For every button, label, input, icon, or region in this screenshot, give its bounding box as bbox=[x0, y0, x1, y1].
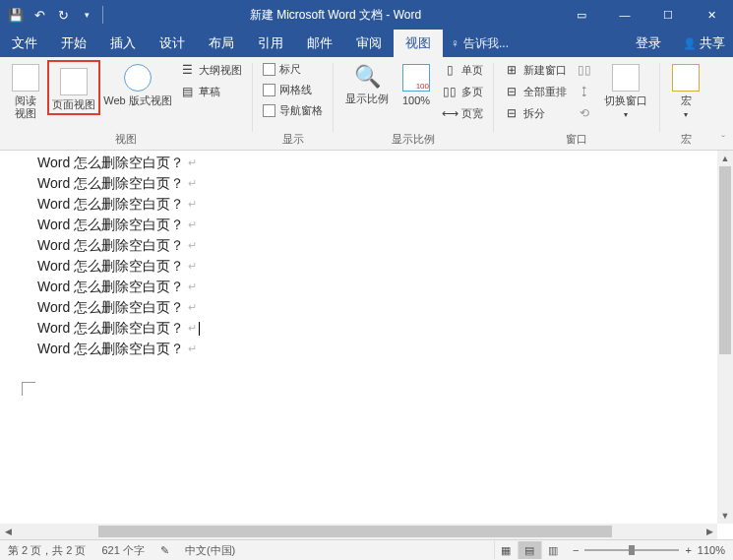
tab-review[interactable]: 审阅 bbox=[344, 30, 394, 57]
macros-button[interactable]: 宏▾ bbox=[666, 60, 705, 121]
draft-view-button[interactable]: ▤草稿 bbox=[175, 82, 246, 101]
undo-icon[interactable]: ↶ bbox=[30, 5, 49, 25]
tab-design[interactable]: 设计 bbox=[148, 30, 197, 57]
text-cursor bbox=[199, 322, 200, 336]
group-window-label: 窗口 bbox=[500, 130, 653, 150]
tab-home[interactable]: 开始 bbox=[49, 30, 98, 57]
zoom-out-button[interactable]: − bbox=[573, 544, 579, 556]
read-view-button[interactable]: 阅读 视图 bbox=[6, 60, 45, 120]
document-page[interactable]: Word 怎么删除空白页？↵Word 怎么删除空白页？↵Word 怎么删除空白页… bbox=[0, 151, 717, 359]
paragraph-mark: ↵ bbox=[188, 256, 197, 277]
navigation-checkbox[interactable]: 导航窗格 bbox=[259, 101, 327, 120]
page-width-button[interactable]: ⟷页宽 bbox=[438, 103, 487, 123]
document-line[interactable]: Word 怎么删除空白页？↵ bbox=[37, 194, 717, 215]
document-line[interactable]: Word 怎么删除空白页？↵ bbox=[37, 215, 717, 235]
share-button[interactable]: 👤 共享 bbox=[675, 34, 733, 52]
one-page-button[interactable]: ▯单页 bbox=[438, 60, 487, 80]
ruler-checkbox[interactable]: 标尺 bbox=[259, 60, 327, 79]
read-view-label: 阅读 视图 bbox=[15, 94, 36, 120]
tab-references[interactable]: 引用 bbox=[246, 30, 295, 57]
split-icon: ⊟ bbox=[504, 105, 519, 121]
highlight-box: 页面视图 bbox=[47, 60, 100, 115]
web-layout-button[interactable]: Web 版式视图 bbox=[102, 60, 173, 107]
document-line[interactable]: Word 怎么删除空白页？↵ bbox=[37, 318, 717, 339]
language-indicator[interactable]: 中文(中国) bbox=[177, 543, 243, 558]
ribbon-tabs: 文件 开始 插入 设计 布局 引用 邮件 审阅 视图 ♀ 告诉我... 登录 👤… bbox=[0, 30, 733, 57]
zoom-handle[interactable] bbox=[629, 545, 635, 555]
group-views: 阅读 视图 页面视图 Web 版式视图 ☰大纲视图 ▤草稿 视图 bbox=[0, 57, 252, 150]
reset-window-button[interactable]: ⟲ bbox=[573, 103, 596, 123]
group-zoom: 🔍 显示比例 100 100% ▯单页 ▯▯多页 ⟷页宽 显示比例 bbox=[334, 57, 493, 150]
tab-layout[interactable]: 布局 bbox=[197, 30, 246, 57]
draft-icon: ▤ bbox=[179, 84, 195, 99]
scroll-right-icon[interactable]: ▶ bbox=[702, 524, 717, 539]
document-line[interactable]: Word 怎么删除空白页？↵ bbox=[37, 277, 717, 297]
tab-file[interactable]: 文件 bbox=[0, 30, 49, 57]
split-button[interactable]: ⊟拆分 bbox=[500, 103, 571, 123]
maximize-button[interactable]: ☐ bbox=[646, 0, 690, 30]
zoom-in-button[interactable]: + bbox=[685, 544, 691, 556]
group-macros: 宏▾ 宏 bbox=[660, 57, 711, 150]
document-line[interactable]: Word 怎么删除空白页？↵ bbox=[37, 235, 717, 256]
new-window-button[interactable]: ⊞新建窗口 bbox=[500, 60, 571, 80]
vertical-scrollbar[interactable]: ▲ ▼ bbox=[717, 151, 733, 524]
paragraph-mark: ↵ bbox=[188, 339, 197, 359]
zoom-100-button[interactable]: 100 100% bbox=[397, 60, 436, 107]
document-line[interactable]: Word 怎么删除空白页？↵ bbox=[37, 256, 717, 277]
scroll-up-icon[interactable]: ▲ bbox=[717, 151, 733, 166]
switch-window-button[interactable]: 切换窗口▾ bbox=[598, 60, 653, 121]
share-icon: 👤 bbox=[683, 37, 697, 50]
scroll-track[interactable] bbox=[717, 166, 733, 508]
share-label: 共享 bbox=[700, 34, 725, 52]
checkbox-icon bbox=[263, 63, 275, 76]
login-button[interactable]: 登录 bbox=[624, 34, 673, 52]
group-show: 标尺 网格线 导航窗格 显示 bbox=[253, 57, 333, 150]
document-line[interactable]: Word 怎么删除空白页？↵ bbox=[37, 173, 717, 194]
document-line[interactable]: Word 怎么删除空白页？↵ bbox=[37, 153, 717, 173]
arrange-all-button[interactable]: ⊟全部重排 bbox=[500, 82, 571, 101]
document-line[interactable]: Word 怎么删除空白页？↵ bbox=[37, 339, 717, 359]
save-icon[interactable]: 💾 bbox=[6, 5, 26, 25]
paragraph-mark: ↵ bbox=[188, 297, 197, 318]
zoom-label: 显示比例 bbox=[345, 93, 389, 105]
tab-view[interactable]: 视图 bbox=[394, 30, 443, 57]
outline-view-button[interactable]: ☰大纲视图 bbox=[175, 60, 246, 80]
status-bar: 第 2 页，共 2 页 621 个字 ✎ 中文(中国) ▦ ▤ ▥ − + 11… bbox=[0, 539, 733, 560]
read-mode-icon[interactable]: ▦ bbox=[494, 541, 518, 559]
gridlines-checkbox[interactable]: 网格线 bbox=[259, 81, 327, 99]
document-area[interactable]: Word 怎么删除空白页？↵Word 怎么删除空白页？↵Word 怎么删除空白页… bbox=[0, 151, 717, 524]
zoom-level[interactable]: 110% bbox=[698, 544, 725, 556]
zoom-slider[interactable] bbox=[584, 549, 679, 551]
zoom-control: − + 110% bbox=[565, 544, 733, 556]
tell-me-search[interactable]: ♀ 告诉我... bbox=[443, 30, 517, 57]
collapse-ribbon-button[interactable]: ˇ bbox=[713, 130, 733, 150]
scroll-thumb[interactable] bbox=[98, 526, 613, 537]
horizontal-scrollbar[interactable]: ◀ ▶ bbox=[0, 524, 717, 539]
redo-icon[interactable]: ↻ bbox=[53, 5, 73, 25]
print-layout-button[interactable]: 页面视图 bbox=[51, 64, 96, 111]
web-layout-icon[interactable]: ▥ bbox=[541, 541, 565, 559]
group-show-label: 显示 bbox=[259, 130, 327, 150]
document-line[interactable]: Word 怎么删除空白页？↵ bbox=[37, 297, 717, 318]
new-window-icon: ⊞ bbox=[504, 62, 519, 78]
tab-insert[interactable]: 插入 bbox=[98, 30, 148, 57]
minimize-button[interactable]: — bbox=[603, 0, 646, 30]
lightbulb-icon: ♀ bbox=[451, 36, 459, 50]
scroll-left-icon[interactable]: ◀ bbox=[0, 524, 16, 539]
scroll-track[interactable] bbox=[16, 524, 702, 539]
scroll-down-icon[interactable]: ▼ bbox=[717, 508, 733, 524]
close-button[interactable]: ✕ bbox=[690, 0, 733, 30]
side-by-side-button[interactable]: ▯▯ bbox=[573, 60, 596, 80]
word-count[interactable]: 621 个字 bbox=[93, 543, 152, 558]
ribbon-options-icon[interactable]: ▭ bbox=[560, 0, 603, 30]
page-count[interactable]: 第 2 页，共 2 页 bbox=[0, 543, 93, 558]
web-layout-label: Web 版式视图 bbox=[103, 94, 171, 107]
scroll-thumb[interactable] bbox=[719, 166, 731, 354]
zoom-button[interactable]: 🔍 显示比例 bbox=[339, 60, 395, 105]
qat-customize-icon[interactable]: ▾ bbox=[77, 5, 96, 25]
print-layout-icon[interactable]: ▤ bbox=[518, 541, 541, 559]
spellcheck-icon[interactable]: ✎ bbox=[153, 544, 177, 557]
tab-mail[interactable]: 邮件 bbox=[295, 30, 344, 57]
multi-page-button[interactable]: ▯▯多页 bbox=[438, 82, 487, 101]
sync-scroll-button[interactable]: ⭥ bbox=[573, 82, 596, 101]
